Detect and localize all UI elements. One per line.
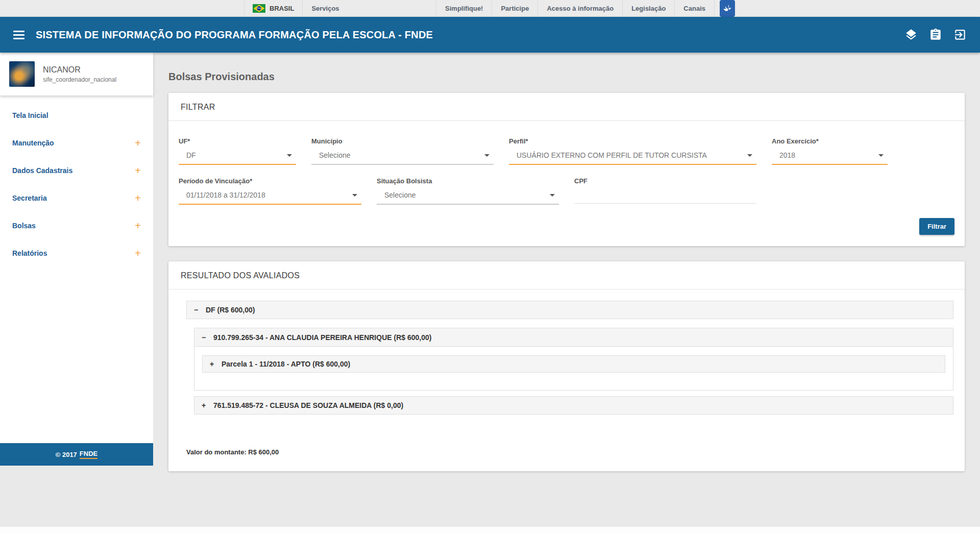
brasil-label: BRASIL <box>270 5 294 12</box>
user-role: sife_coordenador_nacional <box>43 76 116 83</box>
user-card: NICANOR sife_coordenador_nacional <box>0 53 153 95</box>
results-card-title: RESULTADO DOS AVALIADOS <box>168 261 965 289</box>
sidebar: NICANOR sife_coordenador_nacional Tela I… <box>0 53 153 466</box>
page-title: Bolsas Provisionadas <box>168 71 965 83</box>
main-content: Bolsas Provisionadas FILTRAR UF* DF Muni… <box>153 53 980 533</box>
tree-node-uf-label: DF (R$ 600,00) <box>206 306 255 314</box>
ano-exercicio-label: Ano Exercício* <box>772 137 888 145</box>
chevron-down-icon <box>484 154 489 157</box>
gov-link-legislacao[interactable]: Legislação <box>622 0 674 17</box>
brasil-brand[interactable]: BRASIL <box>244 0 302 17</box>
chevron-down-icon <box>287 154 292 157</box>
gov-link-acesso-informacao[interactable]: Acesso à informação <box>537 0 622 17</box>
fnde-link[interactable]: FNDE <box>80 450 97 459</box>
sidebar-item-secretaria[interactable]: Secretaria + <box>0 184 153 212</box>
tree-node-person2[interactable]: + 761.519.485-72 - CLEUSA DE SOUZA ALMEI… <box>194 396 953 415</box>
expand-plus-icon: + <box>135 138 141 148</box>
hamburger-menu-icon[interactable] <box>13 31 24 39</box>
field-situacao-bolsista: Situação Bolsista Selecione <box>377 177 559 205</box>
sidebar-item-tela-inicial[interactable]: Tela Inicial <box>0 102 153 129</box>
expand-plus-icon: + <box>135 165 141 176</box>
field-cpf: CPF <box>574 177 756 205</box>
collapse-icon[interactable]: − <box>202 333 209 342</box>
tree-node-parcela[interactable]: + Parcela 1 - 11/2018 - APTO (R$ 600,00) <box>202 355 945 373</box>
user-name: NICANOR <box>43 65 116 75</box>
gov-top-bar: BRASIL Serviços Simplifique! Participe A… <box>0 0 980 17</box>
field-periodo-vinculacao: Período de Vinculação* 01/11/2018 a 31/1… <box>179 177 361 205</box>
tree-node-parcela-label: Parcela 1 - 11/2018 - APTO (R$ 600,00) <box>222 360 350 368</box>
gov-link-servicos[interactable]: Serviços <box>302 0 348 17</box>
tree-node-uf[interactable]: − DF (R$ 600,00) <box>186 301 953 319</box>
results-tree: − DF (R$ 600,00) − 910.799.265-34 - ANA … <box>168 289 965 471</box>
perfil-label: Perfil* <box>509 137 756 145</box>
brazil-flag-icon <box>253 4 265 13</box>
chevron-down-icon <box>878 154 884 157</box>
results-card: RESULTADO DOS AVALIADOS − DF (R$ 600,00)… <box>168 261 965 471</box>
periodo-label: Período de Vinculação* <box>179 177 361 185</box>
cpf-label: CPF <box>574 177 756 185</box>
expand-plus-icon: + <box>135 193 141 203</box>
field-uf: UF* DF <box>179 137 296 165</box>
expand-plus-icon: + <box>135 221 141 231</box>
user-avatar <box>9 61 35 87</box>
expand-icon[interactable]: + <box>210 360 217 368</box>
filter-card-title: FILTRAR <box>168 93 965 120</box>
cpf-input[interactable] <box>574 191 756 204</box>
vlibras-hands-icon[interactable] <box>720 0 735 17</box>
perfil-select[interactable]: USUÁRIO EXTERNO COM PERFIL DE TUTOR CURS… <box>509 151 756 165</box>
gov-link-canais[interactable]: Canais <box>674 0 715 17</box>
sidebar-item-relatorios[interactable]: Relatórios + <box>0 239 153 267</box>
gov-link-participe[interactable]: Participe <box>492 0 537 17</box>
collapse-icon[interactable]: − <box>194 306 201 314</box>
filter-card: FILTRAR UF* DF Município Selecione <box>168 93 965 246</box>
chevron-down-icon <box>550 194 555 197</box>
tree-group-person1: − 910.799.265-34 - ANA CLAUDIA PEREIRA H… <box>194 328 953 391</box>
sidebar-menu: Tela Inicial Manutenção + Dados Cadastra… <box>0 95 153 267</box>
sidebar-item-dados-cadastrais[interactable]: Dados Cadastrais + <box>0 157 153 184</box>
sidebar-item-manutencao[interactable]: Manutenção + <box>0 129 153 157</box>
layers-icon[interactable] <box>904 28 918 41</box>
field-ano-exercicio: Ano Exercício* 2018 <box>772 137 888 165</box>
total-amount-text: Valor do montante: R$ 600,00 <box>186 448 953 456</box>
chevron-down-icon <box>747 154 752 157</box>
app-title: SISTEMA DE INFORMAÇÃO DO PROGRAMA FORMAÇ… <box>36 29 433 41</box>
gov-link-simplifique[interactable]: Simplifique! <box>436 0 492 17</box>
tree-node-person1-label: 910.799.265-34 - ANA CLAUDIA PEREIRA HEN… <box>213 333 431 342</box>
periodo-select[interactable]: 01/11/2018 a 31/12/2018 <box>179 191 361 205</box>
uf-label: UF* <box>179 137 296 145</box>
chevron-down-icon <box>352 194 357 197</box>
app-header: SISTEMA DE INFORMAÇÃO DO PROGRAMA FORMAÇ… <box>0 17 980 53</box>
situacao-label: Situação Bolsista <box>377 177 559 185</box>
bottom-strip <box>0 527 980 533</box>
municipio-select[interactable]: Selecione <box>311 151 494 165</box>
field-municipio: Município Selecione <box>311 137 494 165</box>
copyright-text: © 2017 <box>56 451 77 458</box>
ano-exercicio-select[interactable]: 2018 <box>772 151 888 165</box>
uf-select[interactable]: DF <box>179 151 296 165</box>
sidebar-footer: © 2017 FNDE <box>0 443 153 466</box>
tree-node-person1[interactable]: − 910.799.265-34 - ANA CLAUDIA PEREIRA H… <box>194 328 953 347</box>
sidebar-item-bolsas[interactable]: Bolsas + <box>0 212 153 239</box>
filtrar-button[interactable]: Filtrar <box>919 218 954 235</box>
municipio-label: Município <box>311 137 494 145</box>
clipboard-icon[interactable] <box>929 28 942 41</box>
expand-icon[interactable]: + <box>202 401 209 409</box>
tree-node-person2-label: 761.519.485-72 - CLEUSA DE SOUZA ALMEIDA… <box>213 401 403 409</box>
expand-plus-icon: + <box>135 248 141 258</box>
situacao-select[interactable]: Selecione <box>377 191 559 205</box>
field-perfil: Perfil* USUÁRIO EXTERNO COM PERFIL DE TU… <box>509 137 756 165</box>
logout-icon[interactable] <box>953 28 967 41</box>
